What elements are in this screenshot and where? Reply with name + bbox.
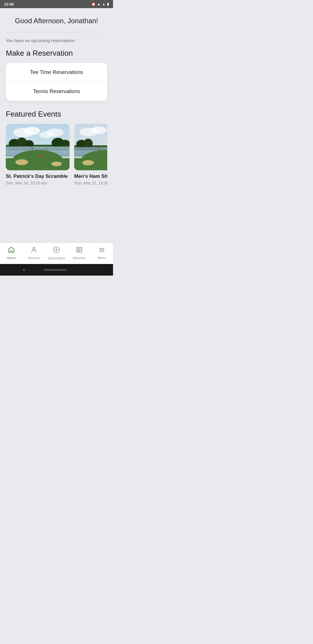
svg-point-39	[82, 160, 94, 165]
svg-point-4	[46, 129, 64, 137]
svg-rect-20	[39, 155, 40, 161]
svg-rect-41	[107, 156, 107, 162]
bottom-nav: Home Account Quick Action	[0, 243, 113, 264]
plus-circle-icon	[53, 246, 60, 255]
home-bar: ‹	[0, 264, 113, 276]
tee-time-button[interactable]: Tee Time Reservations	[6, 63, 107, 82]
home-pill[interactable]	[43, 269, 67, 271]
menu-icon	[98, 246, 105, 255]
svg-point-43	[33, 247, 35, 250]
nav-account[interactable]: Account	[23, 246, 45, 260]
event-1-title: St. Patrick's Day Scramble	[6, 173, 70, 180]
event-1-date: Sun, Mar 14, 10:00 am	[6, 181, 70, 185]
account-icon	[30, 246, 37, 255]
nav-quick-action-label: Quick Action	[48, 256, 65, 260]
nav-home-label: Home	[7, 256, 15, 260]
svg-rect-34	[99, 147, 99, 150]
greeting-text: Good Afternoon, Jonathan!	[6, 17, 107, 25]
main-content: Good Afternoon, Jonathan! You have no up…	[0, 8, 113, 243]
svg-point-18	[15, 159, 28, 165]
signal-icon: ▲	[102, 2, 105, 6]
event-2-title: Men's Ham Shoot AM Shotgun	[74, 173, 107, 180]
header-divider	[6, 32, 107, 32]
svg-rect-12	[23, 148, 35, 149]
svg-point-2	[24, 127, 40, 135]
directory-icon	[76, 246, 83, 255]
svg-rect-14	[38, 149, 46, 150]
event-image-2	[74, 124, 107, 170]
event-image-1	[6, 124, 70, 170]
tennis-reservation-button[interactable]: Tennis Reservations	[6, 82, 107, 101]
svg-point-19	[51, 162, 62, 166]
nav-home[interactable]: Home	[0, 246, 23, 260]
home-icon	[8, 246, 15, 255]
nav-menu-label: Menu	[98, 256, 106, 260]
reservation-card: Tee Time Reservations Tennis Reservation…	[6, 63, 107, 101]
event-2-date: Sun, Mar 21, 10:00 am	[74, 181, 107, 185]
nav-account-label: Account	[28, 256, 40, 260]
alarm-icon: ⏰	[91, 2, 96, 6]
wifi-icon: ▲	[97, 2, 101, 6]
featured-events-title: Featured Events	[6, 110, 107, 119]
svg-rect-15	[46, 148, 47, 150]
back-button[interactable]: ‹	[23, 267, 25, 272]
make-reservation-title: Make a Reservation	[6, 49, 107, 58]
event-card-2[interactable]: Men's Ham Shoot AM Shotgun Sun, Mar 21, …	[74, 124, 107, 185]
no-reservations-text: You have no upcoming reservations	[6, 38, 107, 43]
status-time: 12:48	[4, 2, 14, 6]
svg-rect-33	[90, 149, 101, 149]
svg-rect-13	[32, 147, 32, 150]
nav-directory-label: Directory	[73, 256, 85, 260]
nav-quick-action[interactable]: Quick Action	[45, 246, 68, 260]
svg-point-29	[83, 139, 93, 149]
status-icons: ⏰ ▲ ▲ ▮	[91, 2, 109, 6]
svg-point-24	[91, 126, 106, 134]
battery-icon: ▮	[107, 2, 109, 6]
event-card-1[interactable]: St. Patrick's Day Scramble Sun, Mar 14, …	[6, 124, 70, 185]
nav-menu[interactable]: Menu	[90, 246, 113, 260]
status-bar: 12:48 ⏰ ▲ ▲ ▮	[0, 0, 113, 8]
events-scroll[interactable]: St. Patrick's Day Scramble Sun, Mar 14, …	[6, 124, 107, 191]
nav-directory[interactable]: Directory	[68, 246, 90, 260]
